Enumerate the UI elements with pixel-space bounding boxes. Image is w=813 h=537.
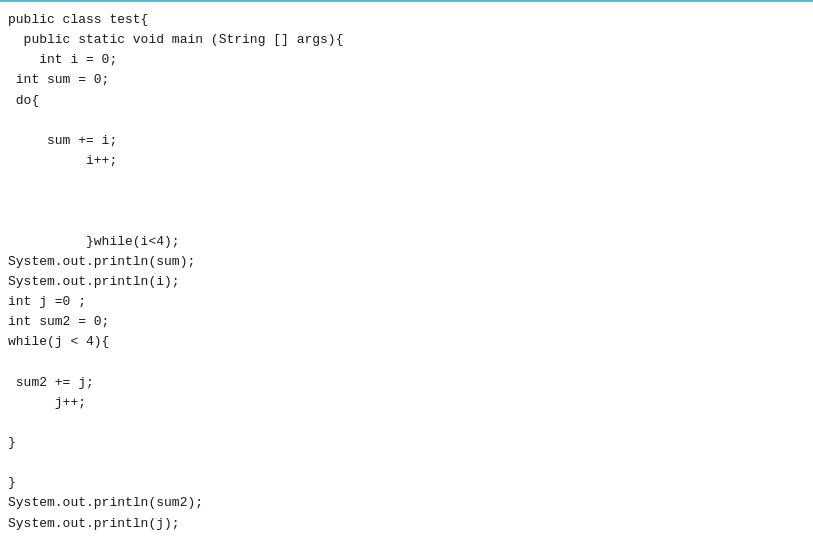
code-content: public class test{ public static void ma… (8, 10, 813, 537)
code-editor: public class test{ public static void ma… (0, 0, 813, 537)
